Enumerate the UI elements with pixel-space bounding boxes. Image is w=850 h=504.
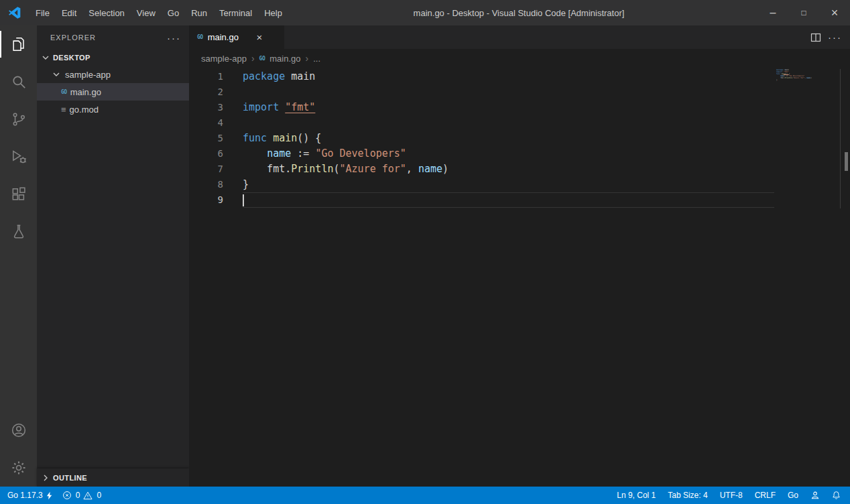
close-button[interactable]: × bbox=[819, 0, 850, 25]
menu-file[interactable]: File bbox=[29, 0, 56, 25]
bell-icon[interactable] bbox=[832, 491, 841, 500]
list-file-icon: ≡ bbox=[61, 105, 66, 115]
activity-explorer-button[interactable] bbox=[0, 25, 37, 63]
cursor-position-status[interactable]: Ln 9, Col 1 bbox=[617, 491, 656, 500]
window-title: main.go - Desktop - Visual Studio Code [… bbox=[288, 0, 749, 25]
tab-bar: GO main.go × ··· bbox=[189, 25, 850, 49]
activity-bar-spacer bbox=[0, 251, 37, 412]
menu-go[interactable]: Go bbox=[162, 0, 185, 25]
activity-extensions-button[interactable] bbox=[0, 176, 37, 213]
run-debug-icon bbox=[10, 148, 27, 166]
feedback-icon[interactable] bbox=[810, 491, 820, 500]
code-line-content: fmt.Println("Azure for", name) bbox=[243, 162, 774, 177]
tree-item-go.mod[interactable]: ≡go.mod bbox=[37, 101, 189, 118]
breadcrumb: sample-app › GO main.go › ... bbox=[189, 49, 850, 68]
code-line-content: func main() { bbox=[243, 131, 774, 146]
activity-run-debug-button[interactable] bbox=[0, 138, 37, 176]
chevron-down-icon bbox=[51, 69, 62, 80]
menu-terminal[interactable]: Terminal bbox=[213, 0, 258, 25]
warning-count: 0 bbox=[97, 491, 101, 500]
chevron-down-icon bbox=[40, 52, 51, 63]
minimize-button[interactable]: – bbox=[757, 0, 788, 25]
editor-actions-more-button[interactable]: ··· bbox=[828, 32, 842, 43]
chevron-right-icon bbox=[40, 472, 51, 483]
code-line-content bbox=[243, 192, 774, 208]
activity-accounts-button[interactable] bbox=[0, 412, 37, 449]
sidebar-title: EXPLORER bbox=[50, 34, 96, 42]
section-outline[interactable]: OUTLINE bbox=[37, 468, 189, 487]
line-number[interactable]: 2 bbox=[189, 84, 223, 100]
tab-main-go[interactable]: GO main.go × bbox=[189, 25, 284, 49]
menu-run[interactable]: Run bbox=[185, 0, 213, 25]
settings-icon bbox=[10, 459, 27, 477]
activity-settings-button[interactable] bbox=[0, 449, 37, 487]
code-line-2[interactable]: 2 bbox=[189, 84, 850, 100]
line-number[interactable]: 8 bbox=[189, 177, 223, 192]
line-number[interactable]: 3 bbox=[189, 100, 223, 115]
maximize-button[interactable]: □ bbox=[788, 0, 819, 25]
file-tree: sample-appGOmain.go≡go.mod bbox=[37, 66, 189, 118]
vscode-window: FileEditSelectionViewGoRunTerminalHelp m… bbox=[0, 0, 850, 504]
breadcrumb-separator: › bbox=[306, 53, 309, 64]
eol-status[interactable]: CRLF bbox=[755, 491, 776, 500]
tree-item-main.go[interactable]: GOmain.go bbox=[37, 83, 189, 101]
search-icon bbox=[10, 73, 27, 90]
minimap-content: package mainimport "fmt"func main() { na… bbox=[776, 69, 840, 81]
line-number[interactable]: 6 bbox=[189, 146, 223, 162]
extensions-icon bbox=[10, 186, 27, 203]
editor-group: GO main.go × ··· sample-app › GO main.go… bbox=[189, 25, 850, 487]
warning-icon bbox=[83, 491, 93, 500]
code-line-content: import "fmt" bbox=[243, 100, 774, 115]
code-line-content bbox=[243, 84, 774, 100]
code-line-7[interactable]: 7 fmt.Println("Azure for", name) bbox=[189, 162, 850, 177]
code-line-content bbox=[243, 115, 774, 131]
code-line-6[interactable]: 6 name := "Go Developers" bbox=[189, 146, 850, 162]
testing-icon bbox=[10, 223, 27, 241]
split-editor-button[interactable] bbox=[810, 32, 821, 43]
encoding-status[interactable]: UTF-8 bbox=[720, 491, 743, 500]
line-number[interactable]: 4 bbox=[189, 115, 223, 131]
menu-view[interactable]: View bbox=[131, 0, 162, 25]
title-bar: FileEditSelectionViewGoRunTerminalHelp m… bbox=[0, 0, 850, 25]
section-desktop[interactable]: DESKTOP bbox=[37, 50, 189, 66]
line-number[interactable]: 7 bbox=[189, 162, 223, 177]
breadcrumb-file[interactable]: main.go bbox=[269, 54, 300, 64]
menu-selection[interactable]: Selection bbox=[82, 0, 130, 25]
go-version-status[interactable]: Go 1.17.3 bbox=[7, 491, 53, 500]
status-bar-right: Ln 9, Col 1 Tab Size: 4 UTF-8 CRLF Go bbox=[617, 491, 850, 500]
tree-item-label: go.mod bbox=[70, 105, 99, 115]
tree-item-sample-app[interactable]: sample-app bbox=[37, 66, 189, 83]
line-number[interactable]: 5 bbox=[189, 131, 223, 146]
breadcrumb-separator: › bbox=[251, 53, 255, 64]
code-editor[interactable]: 1package main23import "fmt"45func main()… bbox=[189, 68, 850, 487]
activity-testing-button[interactable] bbox=[0, 213, 37, 251]
menu-help[interactable]: Help bbox=[258, 0, 288, 25]
language-mode-status[interactable]: Go bbox=[788, 491, 798, 500]
breadcrumb-symbol-more[interactable]: ... bbox=[313, 54, 320, 64]
section-desktop-label: DESKTOP bbox=[53, 54, 90, 62]
overview-ruler-cursor-marker bbox=[845, 152, 848, 171]
tab-size-status[interactable]: Tab Size: 4 bbox=[668, 491, 707, 500]
explorer-icon bbox=[10, 36, 27, 53]
code-line-4[interactable]: 4 bbox=[189, 115, 850, 131]
code-line-5[interactable]: 5func main() { bbox=[189, 131, 850, 146]
activity-search-button[interactable] bbox=[0, 63, 37, 101]
code-line-9[interactable]: 9 bbox=[189, 192, 850, 208]
code-lines: 1package main23import "fmt"45func main()… bbox=[189, 69, 850, 208]
code-line-1[interactable]: 1package main bbox=[189, 69, 850, 84]
code-line-3[interactable]: 3import "fmt" bbox=[189, 100, 850, 115]
line-number[interactable]: 1 bbox=[189, 69, 223, 84]
minimap[interactable]: package mainimport "fmt"func main() { na… bbox=[776, 69, 840, 81]
go-file-icon: GO bbox=[259, 56, 265, 62]
line-number[interactable]: 9 bbox=[189, 192, 223, 208]
menu-edit[interactable]: Edit bbox=[56, 0, 82, 25]
tab-close-button[interactable]: × bbox=[253, 31, 266, 44]
menu-bar: FileEditSelectionViewGoRunTerminalHelp bbox=[29, 0, 288, 25]
breadcrumb-folder[interactable]: sample-app bbox=[201, 54, 247, 64]
code-line-8[interactable]: 8} bbox=[189, 177, 850, 192]
editor-actions: ··· bbox=[810, 25, 850, 49]
activity-source-control-button[interactable] bbox=[0, 101, 37, 138]
explorer-actions-more-button[interactable]: ··· bbox=[167, 32, 181, 44]
problems-status[interactable]: 0 0 bbox=[62, 491, 101, 500]
text-cursor bbox=[243, 194, 244, 206]
